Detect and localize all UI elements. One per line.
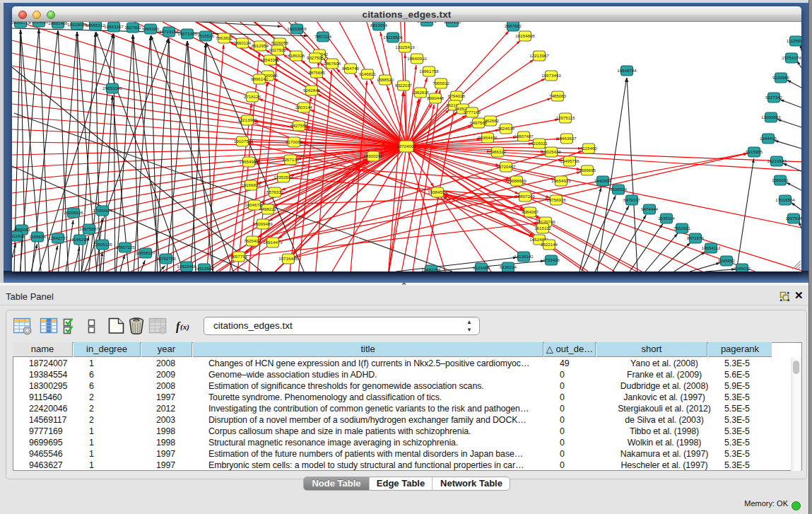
svg-text:12975115: 12975115 xyxy=(555,115,575,120)
svg-text:16543362: 16543362 xyxy=(260,57,280,62)
svg-text:9245012: 9245012 xyxy=(734,266,751,271)
svg-text:17332071: 17332071 xyxy=(417,22,437,23)
svg-text:1145195: 1145195 xyxy=(71,237,88,242)
svg-text:13325419: 13325419 xyxy=(395,45,415,49)
svg-text:19218506: 19218506 xyxy=(383,35,403,40)
svg-text:21814062: 21814062 xyxy=(29,22,49,24)
svg-text:3267130: 3267130 xyxy=(282,157,300,162)
svg-text:7563822: 7563822 xyxy=(216,35,233,40)
svg-text:9215955: 9215955 xyxy=(746,149,763,154)
svg-text:10482395: 10482395 xyxy=(421,267,441,271)
svg-text:1910754: 1910754 xyxy=(234,139,252,144)
svg-text:1733426: 1733426 xyxy=(543,257,560,262)
svg-text:16914479: 16914479 xyxy=(263,240,283,245)
svg-text:19463627: 19463627 xyxy=(557,136,577,141)
svg-text:1369291: 1369291 xyxy=(772,177,789,182)
svg-text:9327505: 9327505 xyxy=(307,55,324,60)
svg-text:9660124: 9660124 xyxy=(234,40,252,45)
svg-text:19384554: 19384554 xyxy=(428,189,447,194)
svg-text:17359924: 17359924 xyxy=(93,208,112,213)
svg-text:9327508: 9327508 xyxy=(269,47,287,52)
svg-text:5578332: 5578332 xyxy=(266,189,284,194)
svg-text:8123468: 8123468 xyxy=(473,265,490,270)
svg-text:1615112: 1615112 xyxy=(534,226,551,230)
svg-text:1244415: 1244415 xyxy=(760,136,777,141)
svg-text:11125684: 11125684 xyxy=(787,38,801,43)
svg-text:15716485: 15716485 xyxy=(278,256,298,261)
svg-text:15751074: 15751074 xyxy=(782,55,801,60)
svg-text:20691406: 20691406 xyxy=(48,22,68,25)
svg-text:1156829: 1156829 xyxy=(29,234,46,239)
svg-text:2935114: 2935114 xyxy=(658,216,675,221)
svg-text:9605135: 9605135 xyxy=(444,22,461,24)
svg-text:8471676: 8471676 xyxy=(687,235,705,240)
svg-text:2522144: 2522144 xyxy=(541,242,558,247)
svg-text:9245652: 9245652 xyxy=(718,258,736,263)
svg-text:12353594: 12353594 xyxy=(273,175,293,180)
svg-text:15495758: 15495758 xyxy=(560,158,579,163)
svg-text:12505135: 12505135 xyxy=(93,242,112,247)
svg-text:6466160: 6466160 xyxy=(142,26,160,31)
svg-text:16154808: 16154808 xyxy=(515,33,535,38)
svg-text:9129966: 9129966 xyxy=(772,75,790,80)
svg-text:10025433: 10025433 xyxy=(541,149,561,154)
svg-text:8938924: 8938924 xyxy=(610,187,628,192)
svg-text:29053346: 29053346 xyxy=(102,86,122,90)
svg-text:1527602: 1527602 xyxy=(124,25,142,30)
svg-text:2803144: 2803144 xyxy=(295,105,313,110)
svg-text:1362615: 1362615 xyxy=(412,90,430,95)
svg-text:7632621: 7632621 xyxy=(673,226,691,230)
svg-text:9474444: 9474444 xyxy=(641,206,659,211)
svg-text:16033809: 16033809 xyxy=(287,26,307,31)
svg-text:14055714: 14055714 xyxy=(12,22,30,25)
svg-text:10807487: 10807487 xyxy=(514,134,534,139)
svg-text:3624534: 3624534 xyxy=(498,126,515,131)
svg-text:19565312: 19565312 xyxy=(86,23,105,28)
svg-text:19654995: 19654995 xyxy=(239,159,259,164)
svg-text:10654112: 10654112 xyxy=(701,245,721,250)
svg-text:12093882: 12093882 xyxy=(761,115,781,119)
svg-text:16782759: 16782759 xyxy=(156,256,176,261)
svg-text:10973493: 10973493 xyxy=(541,73,561,78)
svg-text:9657791: 9657791 xyxy=(230,254,248,259)
svg-text:10923468: 10923468 xyxy=(177,264,196,269)
svg-text:10961758: 10961758 xyxy=(419,69,439,74)
svg-text:9136224: 9136224 xyxy=(500,264,517,269)
svg-text:19166825: 19166825 xyxy=(241,182,261,187)
svg-text:10975887: 10975887 xyxy=(79,226,99,231)
svg-text:18319055: 18319055 xyxy=(67,22,87,27)
svg-text:10719155: 10719155 xyxy=(159,29,179,34)
svg-text:8813054: 8813054 xyxy=(370,23,388,28)
svg-text:8454749: 8454749 xyxy=(342,66,360,71)
svg-text:9242848: 9242848 xyxy=(303,88,321,93)
svg-text:6497568: 6497568 xyxy=(470,120,488,125)
svg-text:3911911: 3911911 xyxy=(12,233,25,238)
svg-text:14913582: 14913582 xyxy=(194,266,214,271)
svg-text:2687682: 2687682 xyxy=(505,23,522,28)
svg-text:8427552: 8427552 xyxy=(290,123,308,128)
svg-text:6216021: 6216021 xyxy=(531,141,548,146)
svg-text:8990448: 8990448 xyxy=(427,95,445,100)
svg-text:(x): (x) xyxy=(180,322,189,332)
svg-text:7857224: 7857224 xyxy=(314,34,332,39)
svg-text:12213967: 12213967 xyxy=(529,53,549,58)
svg-text:7955812: 7955812 xyxy=(433,81,450,86)
svg-text:6794028: 6794028 xyxy=(448,93,466,98)
svg-text:20364436: 20364436 xyxy=(478,135,498,140)
svg-text:4498222: 4498222 xyxy=(259,206,277,211)
svg-text:10653267: 10653267 xyxy=(104,24,124,29)
svg-text:16099489: 16099489 xyxy=(253,221,273,226)
svg-text:6479197: 6479197 xyxy=(623,197,641,202)
svg-text:18640910: 18640910 xyxy=(407,56,427,61)
svg-text:8186328: 8186328 xyxy=(288,53,305,58)
svg-text:2718126: 2718126 xyxy=(244,94,261,99)
svg-text:9699695: 9699695 xyxy=(579,168,596,173)
svg-text:1167534: 1167534 xyxy=(785,216,801,221)
svg-text:10958107: 10958107 xyxy=(136,250,155,255)
svg-text:17016504: 17016504 xyxy=(775,197,795,202)
svg-text:6170062: 6170062 xyxy=(286,139,303,144)
svg-text:16648784: 16648784 xyxy=(617,68,637,73)
svg-text:9115460: 9115460 xyxy=(580,146,597,151)
svg-text:19654923: 19654923 xyxy=(551,178,571,183)
svg-text:18300295: 18300295 xyxy=(363,153,383,158)
